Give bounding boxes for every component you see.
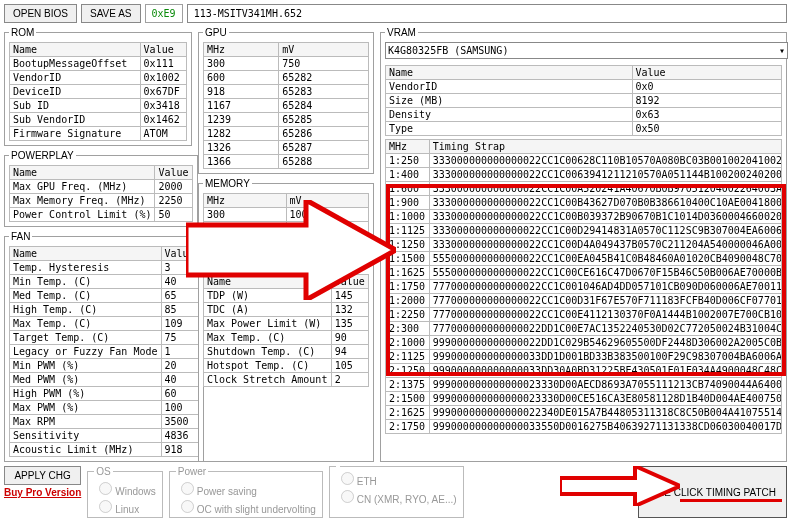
vram-title: VRAM: [385, 27, 418, 38]
bios-id-field: 113-MSITV341MH.652: [187, 4, 787, 23]
table-row[interactable]: Legacy or Fuzzy Fan Mode1: [10, 345, 199, 359]
table-row[interactable]: High PWM (%)60: [10, 387, 199, 401]
table-row[interactable]: Med Temp. (C)65: [10, 289, 199, 303]
table-row[interactable]: Target Temp. (C)75: [10, 331, 199, 345]
timing-strap-row[interactable]: 1:1000333000000000000022CC1C00B039372B90…: [386, 210, 782, 224]
timing-strap-row[interactable]: 1:900333000000000000022CC1C00B43627D070B…: [386, 196, 782, 210]
table-row[interactable]: VendorID0x1002: [10, 71, 187, 85]
table-row[interactable]: Sub VendorID0x1462: [10, 113, 187, 127]
table-row[interactable]: Min Temp. (C)40: [10, 275, 199, 289]
table-row[interactable]: VendorID0x0: [386, 80, 782, 94]
fan-table: NameValue Temp. Hysteresis3Min Temp. (C)…: [9, 246, 199, 457]
table-row[interactable]: Temp. Hysteresis3: [10, 261, 199, 275]
table-row[interactable]: 136665288: [204, 155, 369, 169]
table-row[interactable]: Max Memory Freq. (MHz)2250: [10, 194, 193, 208]
table-row[interactable]: 3001000: [204, 208, 369, 222]
table-row[interactable]: TDP (W)145: [204, 289, 369, 303]
table-row[interactable]: Type0x50: [386, 122, 782, 136]
table-row[interactable]: Hotspot Temp. (C)105: [204, 359, 369, 373]
mining-eth-radio[interactable]: ETH: [336, 469, 457, 487]
table-row[interactable]: Max Temp. (C)90: [204, 331, 369, 345]
table-row[interactable]: Min PWM (%)20: [10, 359, 199, 373]
memory-table: MHzmV 30010001000100020001000: [203, 193, 369, 250]
save-as-button[interactable]: SAVE AS: [81, 4, 141, 23]
table-row[interactable]: Power Control Limit (%)50: [10, 208, 193, 222]
table-row[interactable]: Max Power Limit (W)135: [204, 317, 369, 331]
table-row[interactable]: 10001000: [204, 222, 369, 236]
timing-strap-row[interactable]: 1:1250333000000000000022CC1C00D4A049437B…: [386, 238, 782, 252]
table-row[interactable]: Max PWM (%)100: [10, 401, 199, 415]
chevron-down-icon: ▾: [779, 45, 785, 56]
gpu-title: GPU: [203, 27, 229, 38]
fan-title: FAN: [9, 231, 32, 242]
timing-strap-row[interactable]: 1:250333000000000000022CC1C00628C110B105…: [386, 154, 782, 168]
table-row[interactable]: Shutdown Temp. (C)94: [204, 345, 369, 359]
gpu-panel: GPU MHzmV 300750600652829186528311676528…: [198, 27, 374, 174]
timing-strap-row[interactable]: 1:1500555000000000000022CC1C00EA045B41C0…: [386, 252, 782, 266]
table-row[interactable]: TDC (A)132: [204, 303, 369, 317]
table-row[interactable]: Max Temp. (C)109: [10, 317, 199, 331]
table-row[interactable]: Size (MB)8192: [386, 94, 782, 108]
fan-panel: FAN NameValue Temp. Hysteresis3Min Temp.…: [4, 231, 204, 462]
table-row[interactable]: BootupMessageOffset0x111: [10, 57, 187, 71]
mining-cn-radio[interactable]: CN (XMR, RYO, AE...): [336, 487, 457, 505]
os-linux-radio[interactable]: Linux: [94, 497, 156, 515]
table-row[interactable]: Clock Stretch Amount2: [204, 373, 369, 387]
table-row[interactable]: High Temp. (C)85: [10, 303, 199, 317]
powertune-title: POWERTUNE: [203, 259, 272, 270]
table-row[interactable]: 20001000: [204, 236, 369, 250]
gpu-table: MHzmV 3007506006528291865283116765284123…: [203, 42, 369, 169]
table-row[interactable]: Density0x63: [386, 108, 782, 122]
vram-props-table: NameValue VendorID0x0Size (MB)8192Densit…: [385, 65, 782, 136]
memory-title: MEMORY: [203, 178, 252, 189]
vram-chip-select[interactable]: K4G80325FB (SAMSUNG) ▾: [385, 42, 788, 59]
timing-strap-row[interactable]: 2:1500999000000000000023330D00CE516CA3E8…: [386, 392, 782, 406]
apply-changes-button[interactable]: APPLY CHG: [4, 466, 81, 485]
one-click-timing-patch-button[interactable]: ONE CLICK TIMING PATCH: [638, 466, 787, 518]
timing-strap-row[interactable]: 1:2000777000000000000022CC1C00D31F67E570…: [386, 294, 782, 308]
timing-strap-row[interactable]: 1:1125333000000000000022CC1C00D29414831A…: [386, 224, 782, 238]
timing-strap-row[interactable]: 1:2250777000000000000022CC1C00E411213037…: [386, 308, 782, 322]
timing-strap-row[interactable]: 2:1750999000000000000033550D0016275B4063…: [386, 420, 782, 434]
power-saving-radio[interactable]: Power saving: [176, 479, 316, 497]
timing-strap-row[interactable]: 2:1125999000000000000033DD1D001BD33B3835…: [386, 350, 782, 364]
table-row[interactable]: 91865283: [204, 85, 369, 99]
os-windows-radio[interactable]: Windows: [94, 479, 156, 497]
power-oc-radio[interactable]: OC with slight undervolting: [176, 497, 316, 515]
table-row[interactable]: Firmware SignatureATOM: [10, 127, 187, 141]
table-row[interactable]: Max RPM3500: [10, 415, 199, 429]
powertune-table: NameValue TDP (W)145TDC (A)132Max Power …: [203, 274, 369, 387]
timing-straps-table[interactable]: MHzTiming Strap 1:250333000000000000022C…: [385, 139, 782, 434]
rom-panel: ROM NameValue BootupMessageOffset0x111Ve…: [4, 27, 192, 146]
timing-strap-row[interactable]: 2:1000999000000000000022DD1C029B54629605…: [386, 336, 782, 350]
buy-pro-link[interactable]: Buy Pro Version: [4, 487, 81, 498]
timing-strap-row[interactable]: 2:1250999000000000000033DD30A0BD31225BE4…: [386, 364, 782, 378]
table-row[interactable]: 300750: [204, 57, 369, 71]
rom-title: ROM: [9, 27, 36, 38]
table-row[interactable]: Sub ID0x3418: [10, 99, 187, 113]
table-row[interactable]: 123965285: [204, 113, 369, 127]
open-bios-button[interactable]: OPEN BIOS: [4, 4, 77, 23]
powerplay-panel: POWERPLAY NameValue Max GPU Freq. (MHz)2…: [4, 150, 198, 227]
timing-strap-row[interactable]: 1:1750777000000000000022CC1C001046AD4DD0…: [386, 280, 782, 294]
table-row[interactable]: DeviceID0x67DF: [10, 85, 187, 99]
table-row[interactable]: Sensitivity4836: [10, 429, 199, 443]
powertune-panel: POWERTUNE NameValue TDP (W)145TDC (A)132…: [198, 259, 374, 462]
timing-strap-row[interactable]: 1:400333000000000000022CC1C0063941211210…: [386, 168, 782, 182]
hex-indicator: 0xE9: [145, 4, 183, 23]
table-row[interactable]: Max GPU Freq. (MHz)2000: [10, 180, 193, 194]
timing-strap-row[interactable]: 1:600333000000000000022CC1C00A520241A406…: [386, 182, 782, 196]
table-row[interactable]: 60065282: [204, 71, 369, 85]
timing-strap-row[interactable]: 2:1375999000000000000023330D00AECD8693A7…: [386, 378, 782, 392]
table-row[interactable]: Acoustic Limit (MHz)918: [10, 443, 199, 457]
table-row[interactable]: 128265286: [204, 127, 369, 141]
timing-strap-row[interactable]: 2:300777000000000000022DD1C00E7AC1352240…: [386, 322, 782, 336]
table-row[interactable]: Med PWM (%)40: [10, 373, 199, 387]
timing-strap-row[interactable]: 2:1625999000000000000022340DE015A7B44805…: [386, 406, 782, 420]
table-row[interactable]: 116765284: [204, 99, 369, 113]
memory-panel: MEMORY MHzmV 30010001000100020001000: [198, 178, 374, 255]
powerplay-title: POWERPLAY: [9, 150, 76, 161]
table-row[interactable]: 132665287: [204, 141, 369, 155]
vram-panel: VRAM K4G80325FB (SAMSUNG) ▾ NameValue Ve…: [380, 27, 787, 462]
timing-strap-row[interactable]: 1:1625555000000000000022CC1C00CE616C47D0…: [386, 266, 782, 280]
